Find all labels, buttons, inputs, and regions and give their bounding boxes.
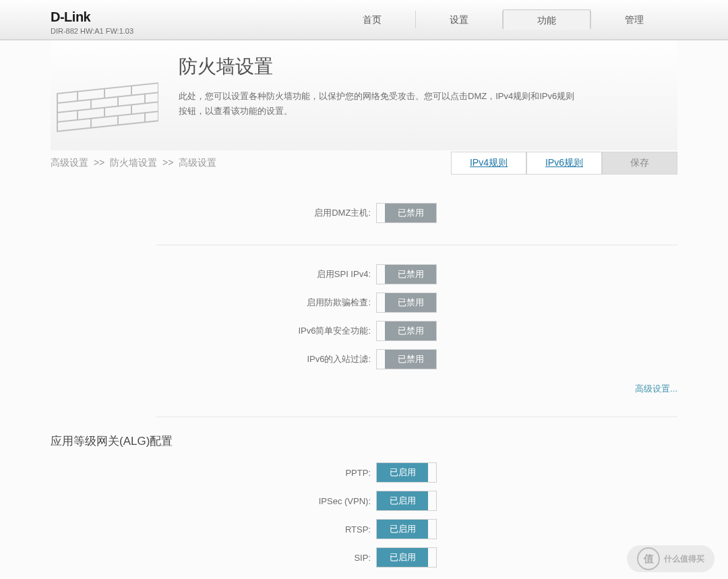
- breadcrumb-b[interactable]: 防火墙设置: [110, 157, 157, 168]
- ipv6-rules-button[interactable]: IPv6规则: [526, 152, 602, 175]
- label-spoof: 启用防欺骗检查:: [51, 297, 376, 309]
- label-spi: 启用SPI IPv4:: [51, 268, 376, 280]
- breadcrumb-c: 高级设置: [179, 157, 216, 168]
- label-ipv6simple: IPv6简单安全功能:: [51, 325, 376, 337]
- label-pptp: PPTP:: [51, 468, 376, 478]
- brand: D-Link DIR-882 HW:A1 FW:1.03: [51, 0, 133, 35]
- advanced-settings-link[interactable]: 高级设置...: [51, 376, 677, 402]
- page-title: 防火墙设置: [179, 54, 677, 80]
- svg-line-2: [57, 102, 158, 113]
- save-button[interactable]: 保存: [602, 152, 677, 175]
- breadcrumb-a[interactable]: 高级设置: [51, 157, 88, 168]
- toggle-ipsec[interactable]: 已启用: [376, 491, 437, 511]
- hero: 防火墙设置 此处，您可以设置各种防火墙功能，以保护您的网络免受攻击。您可以点击D…: [51, 40, 677, 150]
- toggle-pptp[interactable]: 已启用: [376, 462, 437, 483]
- label-ipsec: IPSec (VPN):: [51, 496, 376, 506]
- toggle-rtsp[interactable]: 已启用: [376, 519, 437, 539]
- firewall-icon: [51, 54, 172, 137]
- toggle-sip[interactable]: 已启用: [376, 547, 437, 568]
- toggle-handle: [377, 204, 385, 222]
- nav-settings[interactable]: 设置: [416, 9, 502, 30]
- toggle-ipv6in[interactable]: 已禁用: [376, 349, 437, 369]
- main-nav: 首页 设置 功能 管理: [329, 0, 677, 39]
- toggle-spoof[interactable]: 已禁用: [376, 293, 437, 313]
- svg-line-1: [57, 92, 158, 103]
- label-sip: SIP:: [51, 553, 376, 563]
- ipv4-rules-button[interactable]: IPv4规则: [451, 152, 526, 175]
- label-rtsp: RTSP:: [51, 524, 376, 535]
- brand-model: DIR-882 HW:A1 FW:1.03: [51, 27, 133, 35]
- section-security: 启用SPI IPv4: 已禁用 启用防欺骗检查: 已禁用 IPv6简单安全功能:…: [51, 245, 677, 414]
- svg-line-3: [57, 111, 158, 122]
- watermark: 值 什么值得买: [627, 545, 715, 572]
- toggle-ipv6simple[interactable]: 已禁用: [376, 321, 437, 341]
- label-dmz: 启用DMZ主机:: [51, 207, 376, 219]
- alg-title: 应用等级网关(ALG)配置: [51, 433, 677, 449]
- page-description: 此处，您可以设置各种防火墙功能，以保护您的网络免受攻击。您可以点击DMZ，IPv…: [179, 89, 576, 119]
- nav-features[interactable]: 功能: [503, 9, 590, 30]
- section-dmz: 启用DMZ主机: 已禁用: [51, 189, 677, 242]
- toggle-dmz[interactable]: 已禁用: [376, 203, 437, 223]
- nav-home[interactable]: 首页: [329, 9, 415, 30]
- content: 启用DMZ主机: 已禁用 启用SPI IPv4: 已禁用 启用防欺骗检查: 已禁…: [51, 176, 677, 579]
- topbar: D-Link DIR-882 HW:A1 FW:1.03 首页 设置 功能 管理: [0, 0, 728, 40]
- section-alg: 应用等级网关(ALG)配置 PPTP: 已启用 IPSec (VPN): 已启用…: [51, 417, 677, 579]
- watermark-icon: 值: [637, 547, 660, 570]
- toggle-spi[interactable]: 已禁用: [376, 264, 437, 284]
- action-bar: 高级设置 >> 防火墙设置 >> 高级设置 IPv4规则 IPv6规则 保存: [51, 150, 677, 176]
- breadcrumb: 高级设置 >> 防火墙设置 >> 高级设置: [51, 157, 451, 169]
- brand-logo: D-Link: [51, 9, 133, 25]
- label-ipv6in: IPv6的入站过滤:: [51, 353, 376, 365]
- nav-manage[interactable]: 管理: [591, 9, 677, 30]
